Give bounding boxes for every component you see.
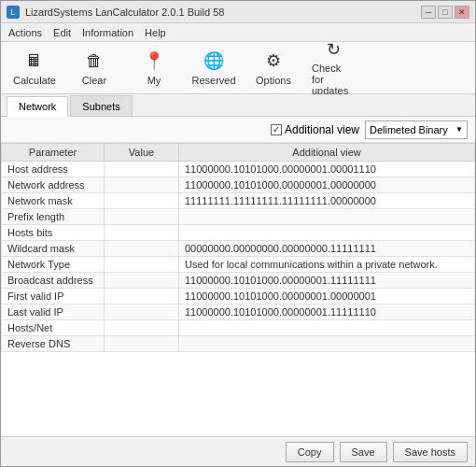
toolbar-btn-clear[interactable]: 🗑Clear [66,46,122,91]
tab-subnets[interactable]: Subnets [70,95,132,116]
value-cell [105,225,179,241]
table-row: Network mask 11111111.11111111.11111111.… [2,193,475,209]
value-cell [105,320,179,336]
data-table: Parameter Value Additional view Host add… [1,143,475,352]
toolbar-btn-reserved[interactable]: 🌐Reserved [186,46,242,91]
options-label: Options [256,75,291,86]
clear-icon: 🗑 [83,50,105,72]
value-cell [105,257,179,273]
toolbar-btn-check[interactable]: ↻Check for updates [305,46,361,91]
toolbar-btn-calculate[interactable]: 🖩Calculate [7,46,63,91]
title-bar: L LizardSystems LanCalculator 2.0.1 Buil… [1,1,475,23]
param-cell: Last valid IP [2,304,105,320]
dropdown-value: Delimeted Binary [370,124,448,135]
my-icon: 📍 [143,50,165,72]
toolbar: 🖩Calculate🗑Clear📍My🌐Reserved⚙Options↻Che… [1,42,475,94]
table-row: Reverse DNS [2,336,475,352]
dropdown-arrow: ▼ [455,125,463,134]
menu-item-help[interactable]: Help [143,27,168,38]
table-row: Wildcard mask 00000000.00000000.00000000… [2,241,475,257]
minimize-button[interactable]: ─ [421,6,436,19]
param-cell: Network mask [2,193,105,209]
table-row: Prefix length [2,209,475,225]
menu-item-information[interactable]: Information [80,27,135,38]
window-title: LizardSystems LanCalculator 2.0.1 Build … [25,7,224,18]
calculate-label: Calculate [13,75,56,86]
param-cell: Host address [2,162,105,177]
value-cell [105,193,179,209]
clear-label: Clear [82,75,106,86]
toolbar-btn-my[interactable]: 📍My [126,46,182,91]
param-cell: Network address [2,177,105,193]
save-hosts-button[interactable]: Save hosts [393,442,468,462]
value-cell [105,336,179,352]
copy-button[interactable]: Copy [286,442,334,462]
value-cell [105,209,179,225]
addview-cell: Used for local communications within a p… [179,257,475,273]
save-button[interactable]: Save [340,442,387,462]
title-controls: ─ □ ✕ [421,6,469,19]
reserved-label: Reserved [191,75,235,86]
addview-cell: 11000000.10101000.00000001.00000001 [179,289,475,304]
table-toolbar: ✓ Additional view Delimeted Binary ▼ [1,117,475,143]
additional-view-checkbox-wrapper[interactable]: ✓ Additional view [271,123,359,136]
col-header-param: Parameter [2,144,105,162]
param-cell: First valid IP [2,289,105,304]
addview-cell: 11000000.10101000.00000001.11111110 [179,304,475,320]
close-button[interactable]: ✕ [455,6,469,19]
bottom-bar: Copy Save Save hosts [1,436,475,466]
param-cell: Prefix length [2,209,105,225]
additional-view-label: Additional view [285,123,359,136]
addview-cell: 00000000.00000000.00000000.11111111 [179,241,475,257]
value-cell [105,241,179,257]
maximize-button[interactable]: □ [438,6,453,19]
my-label: My [147,75,161,86]
value-cell [105,177,179,193]
addview-cell: 11000000.10101000.00000001.00001110 [179,162,475,177]
table-row: Host address 11000000.10101000.00000001.… [2,162,475,177]
table-row: Hosts bits [2,225,475,241]
title-bar-left: L LizardSystems LanCalculator 2.0.1 Buil… [7,6,224,19]
table-area: ✓ Additional view Delimeted Binary ▼ Par… [1,117,475,436]
col-header-addview: Additional view [179,144,475,162]
reserved-icon: 🌐 [203,50,225,72]
addview-cell: 11000000.10101000.00000001.11111111 [179,273,475,289]
param-cell: Wildcard mask [2,241,105,257]
additional-view-checkbox[interactable]: ✓ [271,124,282,135]
app-icon: L [7,6,20,19]
table-row: First valid IP 11000000.10101000.0000000… [2,289,475,304]
param-cell: Broadcast address [2,273,105,289]
value-cell [105,304,179,320]
param-cell: Hosts bits [2,225,105,241]
param-cell: Network Type [2,257,105,273]
tab-network[interactable]: Network [7,96,68,117]
value-cell [105,162,179,177]
addview-cell: 11111111.11111111.11111111.00000000 [179,193,475,209]
menu-item-actions[interactable]: Actions [7,27,44,38]
param-cell: Reverse DNS [2,336,105,352]
addview-cell [179,209,475,225]
view-dropdown[interactable]: Delimeted Binary ▼ [365,120,468,139]
main-window: L LizardSystems LanCalculator 2.0.1 Buil… [0,0,476,467]
table-row: Network Type Used for local communicatio… [2,257,475,273]
calculate-icon: 🖩 [23,50,46,72]
table-scroll: Parameter Value Additional view Host add… [1,143,475,436]
check-label: Check for updates [312,63,355,96]
menu-item-edit[interactable]: Edit [51,27,73,38]
addview-cell [179,225,475,241]
param-cell: Hosts/Net [2,320,105,336]
table-row: Broadcast address 11000000.10101000.0000… [2,273,475,289]
options-icon: ⚙ [262,50,285,72]
menu-bar: ActionsEditInformationHelp [1,23,475,42]
table-row: Hosts/Net [2,320,475,336]
value-cell [105,289,179,304]
check-icon: ↻ [322,39,344,60]
addview-cell [179,320,475,336]
value-cell [105,273,179,289]
addview-cell [179,336,475,352]
table-row: Last valid IP 11000000.10101000.00000001… [2,304,475,320]
addview-cell: 11000000.10101000.00000001.00000000 [179,177,475,193]
toolbar-btn-options[interactable]: ⚙Options [245,46,301,91]
col-header-value: Value [105,144,179,162]
table-row: Network address 11000000.10101000.000000… [2,177,475,193]
